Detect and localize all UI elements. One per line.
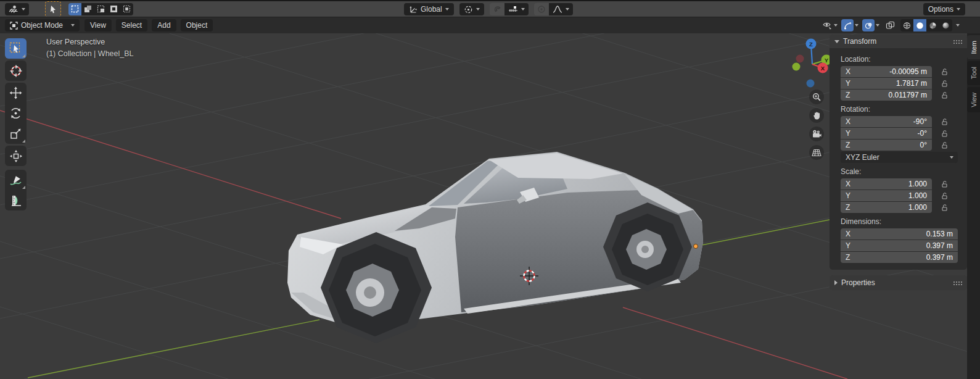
shading-wireframe-button[interactable] bbox=[900, 19, 913, 31]
transform-orientation-dropdown[interactable]: Global bbox=[404, 3, 454, 15]
tool-transform[interactable] bbox=[5, 146, 27, 166]
shading-solid-button[interactable] bbox=[913, 19, 926, 31]
properties-panel-header[interactable]: Properties bbox=[830, 275, 967, 290]
lock-icon[interactable] bbox=[941, 91, 949, 99]
tool-measure[interactable] bbox=[5, 190, 27, 210]
tool-select-box[interactable] bbox=[5, 38, 27, 59]
select-mode-group bbox=[68, 3, 133, 15]
show-gizmo-toggle[interactable] bbox=[841, 19, 854, 31]
object-origin-dot[interactable] bbox=[694, 244, 698, 249]
options-dropdown[interactable]: Options bbox=[923, 3, 965, 15]
pivot-point-dropdown[interactable] bbox=[459, 3, 484, 15]
select-mode-intersect-button[interactable] bbox=[120, 3, 133, 15]
active-tool-indicator[interactable] bbox=[45, 1, 61, 17]
menu-select[interactable]: Select bbox=[116, 19, 147, 31]
lock-icon[interactable] bbox=[941, 180, 949, 188]
y-axis-line bbox=[28, 320, 319, 378]
object-visibility-dropdown[interactable] bbox=[822, 21, 838, 30]
dimensions-y-field[interactable]: Y 0.397 m bbox=[841, 240, 958, 251]
rotation-z-field[interactable]: Z 0° bbox=[841, 140, 932, 151]
lock-icon[interactable] bbox=[941, 204, 949, 212]
dimensions-x-field[interactable]: X 0.153 m bbox=[841, 228, 958, 239]
gizmo-icon bbox=[844, 22, 852, 30]
tool-annotate[interactable] bbox=[5, 170, 27, 190]
snap-toggle-button[interactable] bbox=[490, 3, 504, 15]
lock-icon[interactable] bbox=[941, 68, 949, 76]
toolbar bbox=[5, 38, 27, 212]
menu-view[interactable]: View bbox=[84, 19, 112, 31]
location-z-field[interactable]: Z 0.011797 m bbox=[841, 90, 932, 101]
y-axis-line-2 bbox=[696, 220, 830, 246]
dimensions-label: Dimensions: bbox=[841, 217, 961, 226]
xray-toggle[interactable] bbox=[883, 19, 897, 31]
panel-drag-grip[interactable] bbox=[953, 281, 962, 285]
lock-icon[interactable] bbox=[941, 192, 949, 200]
panel-drag-grip[interactable] bbox=[953, 40, 962, 44]
select-mode-subtract-button[interactable] bbox=[94, 3, 107, 15]
rotation-x-field[interactable]: X -90° bbox=[841, 116, 932, 127]
tool-cursor[interactable] bbox=[5, 60, 27, 81]
select-mode-set-button[interactable] bbox=[68, 3, 81, 15]
scale-label: Scale: bbox=[841, 167, 961, 176]
scale-z-field[interactable]: Z 1.000 bbox=[841, 202, 932, 213]
lock-icon[interactable] bbox=[941, 118, 949, 126]
xray-icon bbox=[886, 21, 895, 30]
navigation-gizmo[interactable]: Z Y X bbox=[793, 39, 832, 88]
gizmo-minus-y-ball[interactable] bbox=[793, 63, 801, 71]
sidebar-tab-strip: Item Tool View bbox=[967, 33, 980, 379]
select-mode-invert-button[interactable] bbox=[107, 3, 120, 15]
gizmo-minus-z-ball[interactable] bbox=[807, 80, 815, 88]
mode-dropdown[interactable]: Object Mode bbox=[5, 19, 80, 31]
editor-type-dropdown[interactable] bbox=[5, 3, 29, 15]
transform-panel-header[interactable]: Transform bbox=[830, 35, 967, 48]
transform-panel-body: Location: X -0.00095 m Y 1.7817 m Z 0.01… bbox=[830, 48, 967, 270]
sidebar-panel: Transform Location: X -0.00095 m Y 1.781… bbox=[830, 35, 967, 290]
location-x-row: X -0.00095 m bbox=[841, 66, 961, 77]
camera-view-button[interactable] bbox=[809, 127, 824, 141]
show-overlays-toggle[interactable] bbox=[862, 19, 875, 31]
car-model[interactable] bbox=[287, 152, 703, 343]
perspective-grid-icon bbox=[812, 149, 821, 157]
toggle-projection-button[interactable] bbox=[809, 145, 824, 160]
location-y-field[interactable]: Y 1.7817 m bbox=[841, 78, 932, 89]
tab-tool[interactable]: Tool bbox=[967, 61, 980, 85]
rotation-y-field[interactable]: Y -0° bbox=[841, 128, 932, 139]
menu-object[interactable]: Object bbox=[181, 19, 213, 31]
chevron-down-icon[interactable] bbox=[855, 24, 859, 27]
shading-material-button[interactable] bbox=[926, 19, 939, 31]
tab-item[interactable]: Item bbox=[967, 35, 980, 59]
scale-x-field[interactable]: X 1.000 bbox=[841, 178, 932, 190]
front-wheel bbox=[329, 244, 421, 336]
lock-icon[interactable] bbox=[941, 141, 949, 149]
tool-scale[interactable] bbox=[5, 123, 27, 144]
tool-move[interactable] bbox=[5, 83, 27, 103]
location-z-row: Z 0.011797 m bbox=[841, 90, 961, 101]
chevron-down-icon[interactable] bbox=[876, 24, 879, 27]
proportional-edit-toggle[interactable] bbox=[534, 3, 549, 15]
rotation-x-row: X -90° bbox=[841, 116, 961, 127]
tool-rotate[interactable] bbox=[5, 103, 27, 123]
location-x-field[interactable]: X -0.00095 m bbox=[841, 66, 932, 77]
dimensions-z-field[interactable]: Z 0.397 m bbox=[841, 252, 958, 263]
lock-icon[interactable] bbox=[941, 130, 949, 138]
snap-to-dropdown[interactable] bbox=[504, 3, 529, 15]
lock-icon[interactable] bbox=[941, 80, 949, 88]
chevron-down-icon bbox=[22, 8, 25, 10]
orientation-axes-icon bbox=[409, 6, 418, 14]
rotation-z-row: Z 0° bbox=[841, 140, 961, 151]
tab-view[interactable]: View bbox=[967, 87, 980, 113]
menu-add[interactable]: Add bbox=[152, 19, 176, 31]
pan-button[interactable] bbox=[809, 108, 824, 123]
scale-y-field[interactable]: Y 1.000 bbox=[841, 190, 932, 201]
gizmo-minus-x-ball[interactable] bbox=[796, 55, 804, 63]
proportional-falloff-dropdown[interactable] bbox=[549, 3, 573, 15]
3d-viewport[interactable]: Z Y X User Perspective (1) Collection | … bbox=[0, 33, 980, 379]
rotation-mode-dropdown[interactable]: XYZ Euler bbox=[841, 152, 958, 163]
rear-wheel bbox=[612, 214, 683, 285]
zoom-button[interactable] bbox=[809, 90, 824, 104]
chevron-down-icon bbox=[566, 8, 569, 10]
zoom-icon bbox=[812, 93, 821, 102]
shading-rendered-button[interactable] bbox=[939, 19, 952, 31]
chevron-down-icon[interactable] bbox=[956, 24, 960, 27]
select-mode-extend-button[interactable] bbox=[81, 3, 94, 15]
